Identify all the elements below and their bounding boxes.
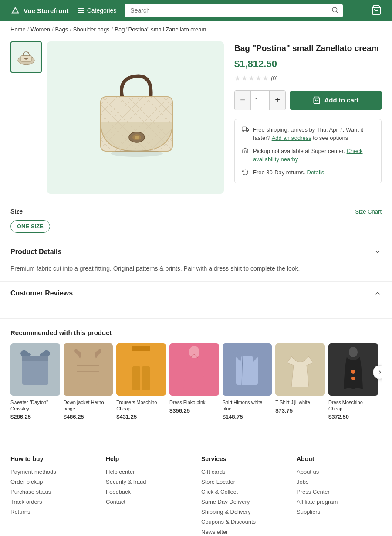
footer-link-contact[interactable]: Contact <box>106 499 191 505</box>
star-rating: ★ ★ ★ ★ ★ (0) <box>234 74 382 82</box>
footer-link-shipping[interactable]: Shipping & Delivery <box>201 509 286 515</box>
footer-col-about: About About us Jobs Press Center Affilia… <box>297 455 382 536</box>
footer-link-coupons[interactable]: Coupons & Discounts <box>201 519 286 525</box>
svg-point-14 <box>111 150 163 157</box>
returns-details-link[interactable]: Details <box>307 169 324 176</box>
breadcrumb: Home / Women / Bags / Shoulder bags / Ba… <box>0 21 392 38</box>
footer-link-gift-cards[interactable]: Gift cards <box>201 468 286 475</box>
footer-link-help-center[interactable]: Help center <box>106 468 191 475</box>
svg-point-35 <box>351 377 355 380</box>
breadcrumb-shoulder-bags[interactable]: Shoulder bags <box>73 26 110 33</box>
product-info: Bag "Postina" small Zanellato cream $1,8… <box>234 41 382 194</box>
star-2: ★ <box>241 74 247 82</box>
product-card-4[interactable]: Dress Pinko pink $356.25 <box>169 343 219 414</box>
products-carousel: Sweater "Dayton" Crossley $286.25 Down j… <box>10 343 382 420</box>
product-card-6[interactable]: T-Shirt Jijil white $73.75 <box>275 343 325 414</box>
footer-link-same-day[interactable]: Same Day Delivery <box>201 499 286 505</box>
tshirt-image <box>283 350 318 389</box>
footer-col-services: Services Gift cards Store Locator Click … <box>201 455 286 536</box>
add-address-link[interactable]: Add an address <box>272 135 311 141</box>
footer-link-suppliers[interactable]: Suppliers <box>297 509 382 515</box>
footer-col-about-title: About <box>297 455 382 462</box>
thumbnail-1[interactable] <box>10 41 42 73</box>
search-button[interactable] <box>327 4 343 17</box>
footer-link-jobs[interactable]: Jobs <box>297 478 382 485</box>
logo[interactable]: Vue Storefront <box>10 6 69 15</box>
star-3: ★ <box>248 74 254 82</box>
product-area: Bag "Postina" small Zanellato cream $1,8… <box>0 38 392 204</box>
breadcrumb-sep-3: / <box>70 26 71 33</box>
qty-cart-row: − + Add to cart <box>234 90 382 110</box>
product-card-5-price: $148.75 <box>223 414 272 420</box>
quantity-increase-button[interactable]: + <box>270 91 285 110</box>
star-5: ★ <box>262 74 268 82</box>
product-card-3-name: Trousers Moschino Cheap <box>116 399 166 412</box>
footer-link-store-locator[interactable]: Store Locator <box>201 478 286 485</box>
down-jacket-image <box>71 348 105 391</box>
footer-link-order-pickup[interactable]: Order pickup <box>10 478 95 485</box>
size-option-one-size[interactable]: ONE SIZE <box>10 220 50 233</box>
customer-reviews-title: Customer Reviews <box>10 289 73 297</box>
product-card-5[interactable]: Shirt Himons white-blue $148.75 <box>223 343 272 420</box>
search-bar <box>125 4 343 17</box>
product-card-2[interactable]: Down jacket Herno beige $486.25 <box>64 343 113 420</box>
product-bag-svg <box>74 61 196 174</box>
product-card-7[interactable]: Dress Moschino Cheap $372.50 <box>328 343 378 420</box>
customer-reviews-header[interactable]: Customer Reviews <box>0 282 392 305</box>
site-header: Vue Storefront Categories <box>0 0 392 21</box>
categories-menu[interactable]: Categories <box>78 7 117 14</box>
product-card-5-image <box>223 343 272 396</box>
shipping-text-2: Pickup not available at Super center. Ch… <box>253 147 374 164</box>
dress-moschino-image <box>340 346 366 394</box>
product-details-chevron-icon <box>374 248 382 256</box>
product-card-6-price: $73.75 <box>275 407 325 414</box>
svg-line-3 <box>336 11 338 13</box>
size-chart-link[interactable]: Size Chart <box>355 208 382 215</box>
product-details-header[interactable]: Product Details <box>0 240 392 264</box>
svg-point-34 <box>351 370 355 374</box>
footer-link-security[interactable]: Security & fraud <box>106 478 191 485</box>
breadcrumb-bags[interactable]: Bags <box>55 26 68 33</box>
svg-rect-16 <box>242 127 247 131</box>
product-main-image <box>47 41 224 194</box>
star-4: ★ <box>255 74 261 82</box>
product-card-3[interactable]: Trousers Moschino Cheap $431.25 <box>116 343 166 420</box>
product-card-2-name: Down jacket Herno beige <box>64 399 113 412</box>
footer-link-track[interactable]: Track orders <box>10 499 95 505</box>
cart-button[interactable] <box>371 5 382 17</box>
product-card-1-price: $286.25 <box>10 414 60 420</box>
footer-link-feedback[interactable]: Feedback <box>106 489 191 495</box>
product-card-7-image <box>328 343 378 396</box>
product-card-7-price: $372.50 <box>328 414 378 420</box>
trousers-image <box>128 346 154 394</box>
footer-link-payment[interactable]: Payment methods <box>10 468 95 475</box>
categories-label: Categories <box>87 7 117 14</box>
footer-col-help: Help Help center Security & fraud Feedba… <box>106 455 191 536</box>
footer-link-press[interactable]: Press Center <box>297 489 382 495</box>
check-nearby-link[interactable]: Check availability nearby <box>253 148 363 163</box>
recommended-section: Recommended with this product Sweater "D… <box>0 319 392 431</box>
product-details-body: Premium fabric cut into a great fitting.… <box>0 264 392 281</box>
footer-link-purchase-status[interactable]: Purchase status <box>10 489 95 495</box>
quantity-control: − + <box>234 90 286 110</box>
breadcrumb-women[interactable]: Women <box>30 26 50 33</box>
svg-point-18 <box>247 131 248 132</box>
footer-link-affiliate[interactable]: Affiliate program <box>297 499 382 505</box>
product-card-3-image <box>116 343 166 396</box>
returns-icon <box>242 169 249 177</box>
footer-link-click-collect[interactable]: Click & Collect <box>201 489 286 495</box>
quantity-input[interactable] <box>250 91 270 110</box>
size-section: Size Size Chart ONE SIZE <box>0 204 392 240</box>
product-card-7-name: Dress Moschino Cheap <box>328 399 378 412</box>
footer-link-returns[interactable]: Returns <box>10 509 95 515</box>
product-title: Bag "Postina" small Zanellato cream <box>234 43 382 54</box>
breadcrumb-sep-2: / <box>52 26 54 33</box>
footer-link-newsletter[interactable]: Newsletter <box>201 529 286 535</box>
quantity-decrease-button[interactable]: − <box>235 91 250 110</box>
product-card-1[interactable]: Sweater "Dayton" Crossley $286.25 <box>10 343 60 420</box>
search-input[interactable] <box>125 4 327 17</box>
breadcrumb-home[interactable]: Home <box>10 26 26 33</box>
logo-icon <box>10 6 20 15</box>
add-to-cart-button[interactable]: Add to cart <box>290 91 382 110</box>
footer-link-about-us[interactable]: About us <box>297 468 382 475</box>
